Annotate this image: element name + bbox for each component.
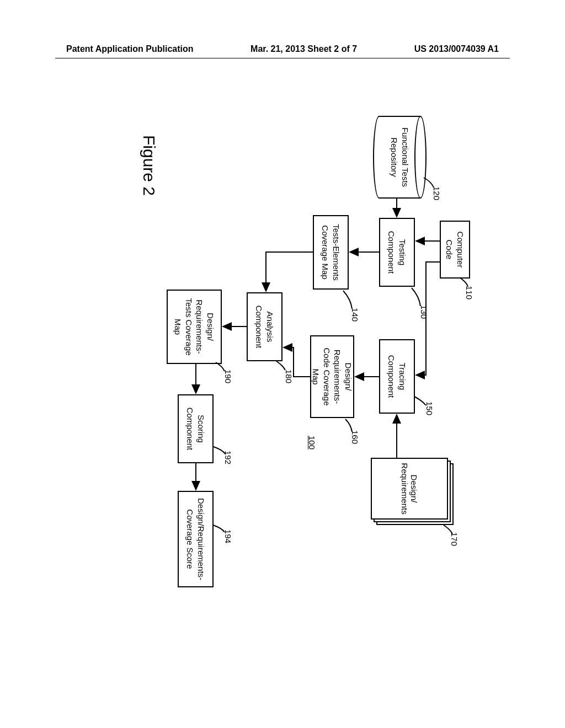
ref-140: 140	[350, 308, 360, 322]
leader-140	[342, 290, 353, 309]
node-computer-code: Computer Code	[440, 221, 470, 279]
ref-100: 100	[307, 436, 317, 449]
diagram-rotated-wrapper: Computer Code 110 Functional Tests Repos…	[89, 105, 476, 601]
node-tests-elements-map: Tests-Elements Coverage Map	[313, 215, 349, 290]
node-functional-tests-repo: Functional Tests Repository	[374, 116, 426, 199]
ref-190: 190	[223, 370, 233, 383]
doc-sheet-label: Design/ Requirements	[400, 459, 419, 518]
node-design-req-code-map: Design/ Requirements-Code Coverage Map	[310, 335, 354, 418]
ref-160: 160	[350, 430, 360, 444]
header-left: Patent Application Publication	[66, 44, 194, 54]
header-center: Mar. 21, 2013 Sheet 2 of 7	[250, 44, 357, 54]
doc-sheet-front: Design/ Requirements	[371, 458, 448, 520]
node-design-req-tests-map: Design/ Requirements- Tests Coverage Map	[167, 290, 222, 364]
header-rule	[55, 58, 510, 58]
ref-194: 194	[223, 529, 233, 543]
ref-150: 150	[425, 402, 434, 415]
page-header: Patent Application Publication Mar. 21, …	[0, 44, 565, 54]
node-tracing-component: Tracing Component	[379, 339, 415, 414]
cylinder-text: Functional Tests Repository	[389, 116, 411, 199]
ref-170: 170	[450, 532, 459, 546]
ref-180: 180	[284, 370, 294, 383]
flow-diagram: Computer Code 110 Functional Tests Repos…	[89, 105, 476, 601]
node-analysis-component: Analysis Component	[247, 292, 282, 361]
ref-192: 192	[223, 451, 233, 464]
cylinder-top	[414, 116, 427, 199]
node-testing-component: Testing Component	[379, 218, 415, 287]
ref-110: 110	[465, 286, 474, 299]
ref-130: 130	[419, 305, 429, 319]
ref-120: 120	[432, 186, 441, 200]
leader-130	[411, 287, 422, 306]
node-scoring-component: Scoring Component	[178, 394, 214, 463]
node-design-req-cov-score: Design/Requirements- Coverage Score	[178, 491, 214, 587]
figure-caption: Figure 2	[140, 135, 158, 196]
header-right: US 2013/0074039 A1	[414, 44, 499, 54]
